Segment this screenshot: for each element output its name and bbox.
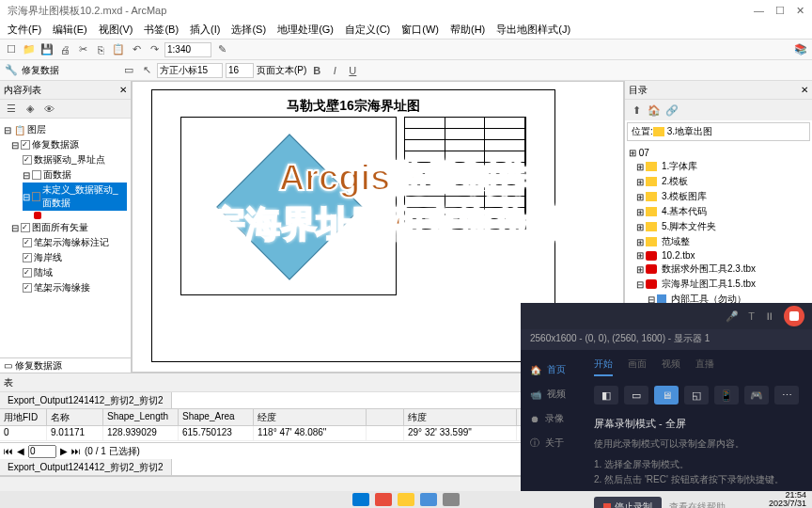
- mode-around-icon[interactable]: ◱: [684, 386, 709, 405]
- task-app-4[interactable]: [443, 493, 460, 506]
- rec-side-home[interactable]: 🏠 首页: [521, 357, 586, 382]
- catalog-icon[interactable]: 📚: [793, 42, 808, 57]
- record-input[interactable]: [28, 445, 56, 458]
- col-name[interactable]: 名称: [47, 409, 103, 425]
- minimize-button[interactable]: —: [754, 5, 764, 17]
- toc-tab[interactable]: ▭ 修复数据源: [0, 357, 131, 373]
- menu-window[interactable]: 窗口(W): [398, 21, 443, 39]
- toc-close-icon[interactable]: ✕: [119, 85, 127, 95]
- task-app-2[interactable]: [398, 493, 414, 506]
- menu-view[interactable]: 视图(V): [95, 21, 137, 39]
- tree-sub-1[interactable]: 笔架示海缘标注记: [23, 235, 127, 250]
- col-lat[interactable]: 纬度: [404, 409, 517, 425]
- list-by-drawing-icon[interactable]: ☰: [4, 102, 19, 117]
- tree-layers[interactable]: ⊟ 📋 图层: [4, 122, 127, 137]
- menu-help[interactable]: 帮助(H): [446, 21, 489, 39]
- underline-icon[interactable]: U: [345, 63, 360, 78]
- cat-folder-6[interactable]: ⊞ 范域整: [636, 234, 808, 249]
- tree-repair[interactable]: ⊟ 修复数据源: [11, 137, 127, 152]
- select-icon[interactable]: ▭: [121, 63, 136, 78]
- cat-tbx-3[interactable]: ⊟ 宗海界址图工具1.5.tbx: [636, 277, 808, 292]
- rec-side-record[interactable]: ⏺ 录像: [521, 406, 586, 431]
- start-icon[interactable]: [352, 493, 369, 506]
- rec-tab-4[interactable]: 直播: [695, 357, 714, 376]
- cat-folder-1[interactable]: ⊞ 1.字体库: [636, 159, 808, 174]
- rec-tab-3[interactable]: 视频: [662, 357, 680, 376]
- table-tab-1[interactable]: Export_Output1241412_剪切2_剪切2: [0, 392, 172, 408]
- italic-icon[interactable]: I: [327, 63, 342, 78]
- font-input[interactable]: [157, 63, 223, 78]
- rec-tab-2[interactable]: 画面: [628, 357, 647, 376]
- print-icon[interactable]: 🖨: [57, 42, 72, 57]
- tree-sub-2[interactable]: 海岸线: [23, 250, 127, 265]
- redo-icon[interactable]: ↷: [147, 42, 162, 57]
- tree-item-2[interactable]: ⊟ 面数据: [23, 167, 127, 183]
- close-button[interactable]: ✕: [796, 5, 804, 17]
- mode-window-icon[interactable]: ▭: [624, 386, 648, 405]
- layout-page[interactable]: 马勒戈壁16宗海界址图: [151, 89, 555, 362]
- col-fid[interactable]: 用地FID: [0, 409, 47, 425]
- prev-icon[interactable]: ◀: [17, 446, 24, 456]
- tree-symbol-1[interactable]: [34, 211, 127, 220]
- mode-game-icon[interactable]: 🎮: [744, 386, 769, 405]
- bold-icon[interactable]: B: [309, 63, 324, 78]
- home-icon[interactable]: 🏠: [647, 103, 662, 118]
- catalog-path[interactable]: 位置: 3.地章出图: [627, 122, 810, 141]
- mode-fullscreen-icon[interactable]: 🖥: [654, 386, 679, 405]
- copy-icon[interactable]: ⎘: [93, 42, 108, 57]
- menu-custom[interactable]: 自定义(C): [341, 21, 394, 39]
- record-button[interactable]: [784, 306, 804, 326]
- connect-icon[interactable]: 🔗: [664, 103, 679, 118]
- stop-record-button[interactable]: 停止录制: [594, 497, 662, 508]
- col-lon[interactable]: 经度: [254, 409, 367, 425]
- table-bottom-tab[interactable]: Export_Output1241412_剪切2_剪切2: [0, 459, 172, 475]
- tree-item-1[interactable]: 数据驱动_界址点: [23, 152, 127, 167]
- page-text-dropdown[interactable]: 页面文本(P): [257, 64, 306, 77]
- new-icon[interactable]: ☐: [4, 42, 19, 57]
- mic-icon[interactable]: 🎤: [726, 310, 739, 323]
- menu-insert[interactable]: 插入(I): [186, 21, 224, 39]
- mode-more-icon[interactable]: ⋯: [774, 386, 799, 405]
- cat-folder-3[interactable]: ⊞ 3.模板图库: [636, 189, 808, 204]
- task-app-1[interactable]: [375, 493, 392, 506]
- rec-side-about[interactable]: ⓘ 关于: [521, 431, 586, 455]
- menu-export[interactable]: 导出地图样式(J): [492, 21, 574, 39]
- menu-select[interactable]: 选择(S): [227, 21, 270, 39]
- mode-region-icon[interactable]: ◧: [594, 386, 618, 405]
- rec-side-video[interactable]: 📹 视频: [521, 382, 586, 406]
- pointer-icon[interactable]: ↖: [139, 63, 154, 78]
- repair-icon[interactable]: 🔧: [4, 63, 19, 78]
- col-blank[interactable]: [367, 409, 404, 425]
- map-dataframe[interactable]: [180, 117, 397, 295]
- cat-tbx-2[interactable]: ⊞ 数据求外围工具2.3.tbx: [636, 262, 808, 277]
- cat-folder-2[interactable]: ⊞ 2.模板: [636, 174, 808, 189]
- open-icon[interactable]: 📁: [22, 42, 37, 57]
- pause-icon[interactable]: ⏸: [764, 310, 774, 322]
- col-length[interactable]: Shape_Length: [103, 409, 179, 425]
- cat-tbx-1[interactable]: ⊞ 10.2.tbx: [636, 249, 808, 262]
- cat-folder-4[interactable]: ⊞ 4.基本代码: [636, 204, 808, 219]
- first-icon[interactable]: ⏮: [4, 446, 13, 456]
- last-icon[interactable]: ⏭: [71, 446, 81, 456]
- cat-item[interactable]: ⊞ 07: [629, 147, 808, 159]
- list-by-visibility-icon[interactable]: 👁: [41, 102, 56, 117]
- maximize-button[interactable]: ☐: [775, 5, 785, 17]
- tree-item-3-selected[interactable]: ⊟ 未定义_数据驱动_面数据: [23, 183, 127, 211]
- menu-edit[interactable]: 编辑(E): [49, 21, 91, 39]
- tree-sub-4[interactable]: 笔架示海缘接: [23, 280, 127, 295]
- next-icon[interactable]: ▶: [60, 446, 68, 456]
- rec-tab-start[interactable]: 开始: [594, 357, 613, 376]
- catalog-close-icon[interactable]: ✕: [801, 85, 808, 95]
- paste-icon[interactable]: 📋: [111, 42, 126, 57]
- menu-geoprocess[interactable]: 地理处理(G): [273, 21, 337, 39]
- help-link[interactable]: 查看在线帮助: [669, 500, 726, 508]
- tree-sub-3[interactable]: 陆域: [23, 265, 127, 280]
- text-icon[interactable]: T: [748, 310, 755, 322]
- scale-input[interactable]: [164, 42, 211, 57]
- task-app-3[interactable]: [420, 493, 437, 506]
- menu-bookmark[interactable]: 书签(B): [140, 21, 182, 39]
- col-area[interactable]: Shape_Area: [179, 409, 254, 425]
- list-by-source-icon[interactable]: ◈: [23, 102, 38, 117]
- menu-file[interactable]: 文件(F): [4, 21, 45, 39]
- cut-icon[interactable]: ✂: [75, 42, 90, 57]
